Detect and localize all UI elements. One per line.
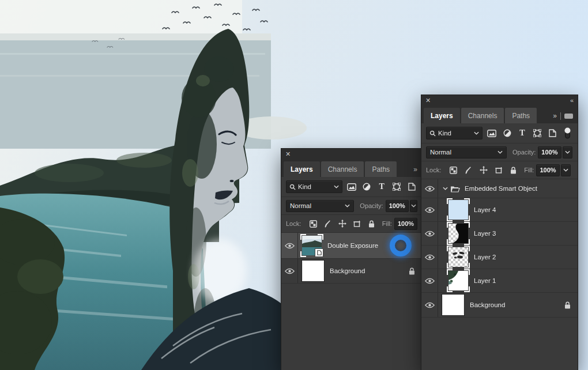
close-icon[interactable]: ✕: [285, 151, 291, 157]
layer-thumbnail[interactable]: [442, 295, 464, 315]
pixel-layer-filter-icon[interactable]: [346, 181, 357, 192]
layer-row-background[interactable]: Background: [421, 293, 578, 318]
lock-pixels-brush-icon[interactable]: [463, 165, 473, 175]
layer-thumbnail[interactable]: [302, 236, 322, 255]
smart-object-filter-icon[interactable]: [406, 181, 417, 192]
chevron-down-icon: [411, 204, 416, 207]
layer-row-background[interactable]: Background: [281, 259, 422, 284]
tab-overflow-icon[interactable]: »: [553, 112, 557, 120]
layer-name[interactable]: Double Exposure: [327, 242, 378, 249]
layer-name[interactable]: Layer 2: [474, 254, 496, 260]
chevron-down-icon: [334, 185, 339, 188]
tab-channels[interactable]: Channels: [461, 108, 504, 123]
type-layer-filter-icon[interactable]: T: [376, 181, 387, 192]
tab-overflow-icon[interactable]: »: [413, 165, 417, 173]
visibility-eye-icon[interactable]: [421, 246, 438, 269]
group-name[interactable]: Embedded Smart Object: [465, 185, 537, 192]
lock-transparency-icon[interactable]: [308, 219, 318, 229]
visibility-eye-icon[interactable]: [421, 222, 438, 245]
lock-all-icon[interactable]: [367, 219, 376, 229]
chevron-down-icon: [563, 168, 568, 172]
visibility-eye-icon[interactable]: [421, 179, 438, 198]
tab-channels[interactable]: Channels: [321, 161, 364, 177]
smart-object-badge-icon: [315, 248, 323, 257]
blend-row: Normal Opacity: 100%: [421, 144, 578, 161]
shape-layer-filter-icon[interactable]: [391, 181, 402, 192]
lock-row: Lock:: [281, 215, 422, 233]
tab-paths[interactable]: Paths: [365, 161, 397, 177]
opacity-label: Opacity:: [360, 202, 383, 209]
layer-name[interactable]: Layer 3: [474, 230, 496, 237]
tab-paths[interactable]: Paths: [505, 108, 537, 123]
visibility-eye-icon[interactable]: [281, 259, 298, 283]
layers-panel-left: ✕ Layers Channels Paths » Kind: [281, 149, 422, 370]
smart-object-filter-icon[interactable]: [547, 127, 558, 139]
layer-thumbnail[interactable]: [448, 200, 468, 220]
filter-kind-label: Kind: [438, 130, 472, 137]
layer-filter-dropdown[interactable]: Kind: [286, 180, 342, 193]
layer-filter-dropdown[interactable]: Kind: [426, 127, 483, 139]
search-icon: [429, 130, 436, 137]
opacity-dropdown-button[interactable]: [410, 200, 417, 212]
layer-thumbnail[interactable]: [448, 271, 468, 290]
visibility-eye-icon[interactable]: [421, 293, 438, 317]
fill-dropdown-button[interactable]: [561, 164, 571, 176]
layer-row-layer3[interactable]: Layer 3: [421, 222, 578, 246]
visibility-eye-icon[interactable]: [421, 269, 438, 292]
blend-row: Normal Opacity: 100%: [281, 197, 422, 215]
upper-sea: [0, 33, 307, 149]
opacity-dropdown-button[interactable]: [563, 146, 572, 158]
lock-pixels-brush-icon[interactable]: [323, 219, 333, 229]
tab-layers[interactable]: Layers: [424, 108, 460, 123]
panel-tabs: Layers Channels Paths »: [421, 105, 578, 123]
pixel-layer-filter-icon[interactable]: [487, 127, 497, 139]
lock-all-icon[interactable]: [508, 165, 518, 175]
lock-position-move-icon[interactable]: [338, 219, 347, 229]
tabs-separator: [560, 112, 561, 120]
shape-layer-filter-icon[interactable]: [532, 127, 542, 139]
group-row-embedded-smart-object[interactable]: Embedded Smart Object: [421, 179, 578, 198]
photoshop-workspace: ✕ Layers Channels Paths » Kind: [0, 0, 588, 370]
close-icon[interactable]: ✕: [425, 97, 431, 104]
layer-row-layer4[interactable]: Layer 4: [421, 198, 578, 222]
layer-thumbnail[interactable]: [448, 224, 468, 243]
chevron-down-icon: [345, 204, 350, 207]
layer-row-double-exposure[interactable]: Double Exposure: [281, 233, 422, 259]
group-expand-chevron-icon[interactable]: [443, 187, 448, 190]
panel-titlebar: ✕: [281, 149, 422, 159]
panel-menu-icon[interactable]: [564, 114, 573, 119]
fill-value-field[interactable]: 100%: [394, 218, 417, 230]
lock-position-move-icon[interactable]: [478, 165, 488, 175]
layer-name[interactable]: Layer 1: [474, 277, 496, 284]
layer-row-layer2[interactable]: Layer 2: [421, 246, 578, 269]
lock-transparency-icon[interactable]: [448, 165, 458, 175]
visibility-eye-icon[interactable]: [281, 233, 298, 258]
visibility-eye-icon[interactable]: [421, 198, 438, 221]
opacity-value-field[interactable]: 100%: [538, 146, 561, 158]
filter-toggle-switch[interactable]: [562, 127, 573, 139]
layer-thumbnail[interactable]: [448, 247, 468, 267]
chevron-down-icon: [565, 150, 570, 154]
blend-mode-value: Normal: [290, 202, 342, 209]
tab-layers[interactable]: Layers: [284, 161, 320, 177]
panel-titlebar: ✕ «: [421, 95, 578, 105]
lock-row: Lock:: [421, 161, 578, 179]
lock-artboard-icon[interactable]: [493, 165, 503, 175]
layer-name[interactable]: Background: [470, 301, 505, 308]
fill-value-field[interactable]: 100%: [536, 164, 559, 176]
adjustment-layer-filter-icon[interactable]: [502, 127, 512, 139]
blend-mode-dropdown[interactable]: Normal: [426, 146, 507, 158]
lock-artboard-icon[interactable]: [352, 219, 361, 229]
adjustment-layer-filter-icon[interactable]: [361, 181, 372, 192]
chevron-down-icon: [497, 150, 503, 154]
layer-row-layer1[interactable]: Layer 1: [421, 269, 578, 293]
blend-mode-dropdown[interactable]: Normal: [286, 200, 354, 212]
opacity-value-field[interactable]: 100%: [386, 200, 409, 212]
layer-thumbnail[interactable]: [302, 260, 324, 281]
layer-name[interactable]: Layer 4: [474, 206, 496, 213]
collapse-panel-icon[interactable]: «: [570, 97, 574, 104]
layer-name[interactable]: Background: [330, 267, 365, 274]
type-layer-filter-icon[interactable]: T: [517, 127, 527, 139]
opacity-label: Opacity:: [512, 149, 536, 156]
fill-label: Fill:: [524, 167, 534, 173]
